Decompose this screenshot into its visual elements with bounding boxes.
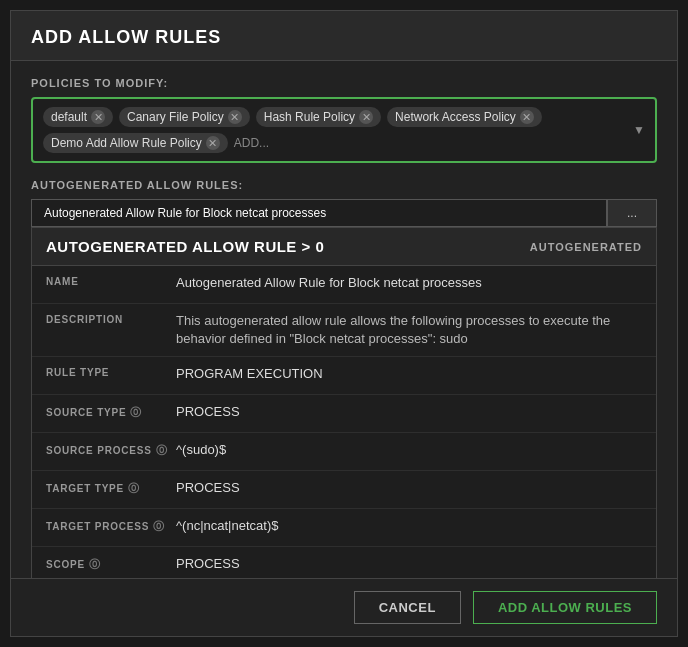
target-type-info-icon: ⓪ — [128, 481, 140, 496]
scope-info-icon: ⓪ — [89, 557, 101, 572]
scope-value: PROCESS — [176, 555, 642, 573]
target-process-info-icon: ⓪ — [153, 519, 165, 534]
rule-tab-more[interactable]: ... — [607, 199, 657, 227]
autogenerated-badge: AUTOGENERATED — [530, 241, 642, 253]
field-source-type: SOURCE TYPE ⓪ PROCESS — [32, 395, 656, 433]
rule-header-title: AUTOGENERATED ALLOW RULE > 0 — [46, 238, 324, 255]
policy-tag-label: default — [51, 110, 87, 124]
policies-label: POLICIES TO MODIFY: — [31, 77, 657, 89]
policy-tag-label: Network Access Policy — [395, 110, 516, 124]
modal-header: ADD ALLOW RULES — [11, 11, 677, 61]
rule-fields: NAME Autogenerated Allow Rule for Block … — [32, 266, 656, 578]
description-value: This autogenerated allow rule allows the… — [176, 312, 642, 348]
name-value: Autogenerated Allow Rule for Block netca… — [176, 274, 642, 292]
policy-tag-label: Hash Rule Policy — [264, 110, 355, 124]
rule-tab-0[interactable]: Autogenerated Allow Rule for Block netca… — [31, 199, 607, 227]
target-process-label: TARGET PROCESS ⓪ — [46, 517, 176, 534]
modal-footer: CANCEL ADD ALLOW RULES — [11, 578, 677, 636]
autogenerated-label: AUTOGENERATED ALLOW RULES: — [31, 179, 657, 191]
source-process-label: SOURCE PROCESS ⓪ — [46, 441, 176, 458]
remove-default-button[interactable]: ✕ — [91, 110, 105, 124]
field-target-process: TARGET PROCESS ⓪ ^(nc|ncat|netcat)$ — [32, 509, 656, 547]
field-target-type: TARGET TYPE ⓪ PROCESS — [32, 471, 656, 509]
field-rule-type: RULE TYPE PROGRAM EXECUTION — [32, 357, 656, 395]
source-type-info-icon: ⓪ — [130, 405, 142, 420]
remove-hash-button[interactable]: ✕ — [359, 110, 373, 124]
source-type-value: PROCESS — [176, 403, 642, 421]
policy-tag-label: Canary File Policy — [127, 110, 224, 124]
policy-tag-canary[interactable]: Canary File Policy ✕ — [119, 107, 250, 127]
remove-network-button[interactable]: ✕ — [520, 110, 534, 124]
autogenerated-section: AUTOGENERATED ALLOW RULES: Autogenerated… — [31, 179, 657, 578]
add-allow-rules-button[interactable]: ADD ALLOW RULES — [473, 591, 657, 624]
target-process-value: ^(nc|ncat|netcat)$ — [176, 517, 642, 535]
modal-title: ADD ALLOW RULES — [31, 27, 221, 47]
rule-detail-header: AUTOGENERATED ALLOW RULE > 0 AUTOGENERAT… — [32, 228, 656, 266]
policy-tag-demo[interactable]: Demo Add Allow Rule Policy ✕ — [43, 133, 228, 153]
target-type-value: PROCESS — [176, 479, 642, 497]
policy-tag-network[interactable]: Network Access Policy ✕ — [387, 107, 542, 127]
rule-detail: AUTOGENERATED ALLOW RULE > 0 AUTOGENERAT… — [31, 227, 657, 578]
cancel-button[interactable]: CANCEL — [354, 591, 461, 624]
rule-type-label: RULE TYPE — [46, 365, 176, 378]
rule-type-value: PROGRAM EXECUTION — [176, 365, 642, 383]
modal-body: POLICIES TO MODIFY: default ✕ Canary Fil… — [11, 61, 677, 578]
description-label: DESCRIPTION — [46, 312, 176, 325]
source-process-value: ^(sudo)$ — [176, 441, 642, 459]
add-allow-rules-modal: ADD ALLOW RULES POLICIES TO MODIFY: defa… — [10, 10, 678, 637]
field-source-process: SOURCE PROCESS ⓪ ^(sudo)$ — [32, 433, 656, 471]
rule-tabs: Autogenerated Allow Rule for Block netca… — [31, 199, 657, 227]
field-description: DESCRIPTION This autogenerated allow rul… — [32, 304, 656, 357]
policy-tag-default[interactable]: default ✕ — [43, 107, 113, 127]
field-scope: SCOPE ⓪ PROCESS — [32, 547, 656, 578]
policy-tag-label: Demo Add Allow Rule Policy — [51, 136, 202, 150]
source-process-info-icon: ⓪ — [156, 443, 168, 458]
remove-demo-button[interactable]: ✕ — [206, 136, 220, 150]
target-type-label: TARGET TYPE ⓪ — [46, 479, 176, 496]
policy-tag-hash[interactable]: Hash Rule Policy ✕ — [256, 107, 381, 127]
remove-canary-button[interactable]: ✕ — [228, 110, 242, 124]
dropdown-arrow-icon[interactable]: ▼ — [633, 123, 645, 137]
add-policy-placeholder[interactable]: ADD... — [234, 136, 269, 150]
policies-box[interactable]: default ✕ Canary File Policy ✕ Hash Rule… — [31, 97, 657, 163]
scope-label: SCOPE ⓪ — [46, 555, 176, 572]
field-name: NAME Autogenerated Allow Rule for Block … — [32, 266, 656, 304]
source-type-label: SOURCE TYPE ⓪ — [46, 403, 176, 420]
name-label: NAME — [46, 274, 176, 287]
